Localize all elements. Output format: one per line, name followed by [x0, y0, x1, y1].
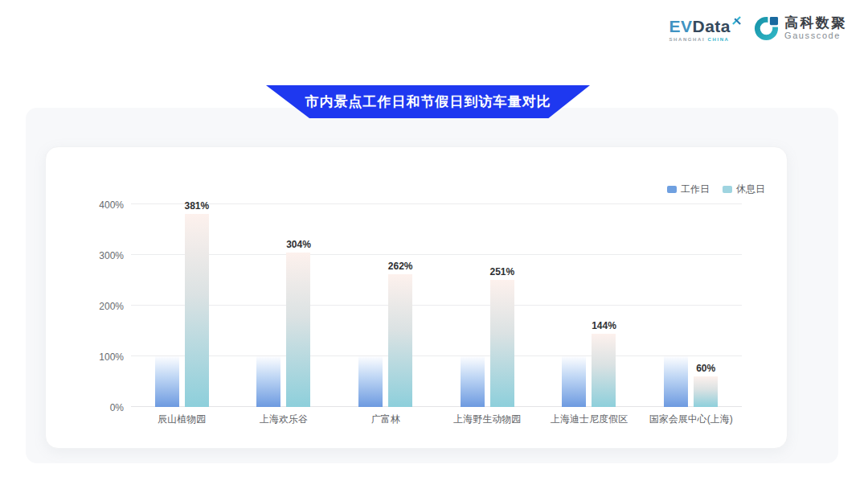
evdata-subtext: SHANGHAI CHINA — [669, 37, 741, 42]
evdata-sub-shanghai: SHANGHAI — [669, 37, 705, 42]
legend-label-workday: 工作日 — [681, 183, 710, 196]
bar-group-4: 144% — [538, 204, 641, 407]
gausscode-text: 高科数聚 Gausscode — [784, 15, 847, 41]
evdata-sub-china: CHINA — [708, 37, 730, 42]
bar-value-label: 60% — [696, 363, 715, 374]
legend-label-holiday: 休息日 — [736, 183, 765, 196]
x-axis-label-5: 国家会展中心(上海) — [640, 413, 742, 426]
gausscode-g-icon — [754, 16, 779, 41]
chart-legend: 工作日休息日 — [667, 183, 765, 196]
legend-swatch-holiday — [723, 186, 732, 193]
plot-area: 400%300%200%100%0%381%304%262%251%144%60… — [131, 204, 742, 407]
bar-group-3: 251% — [436, 204, 538, 407]
y-tick-label: 0% — [110, 402, 124, 413]
bar-holiday-5: 60% — [694, 376, 718, 407]
chart-title-banner: 市内景点工作日和节假日到访车量对比 — [266, 85, 590, 118]
evdata-ev-text: EV — [669, 18, 692, 35]
x-axis-label-2: 广富林 — [334, 413, 436, 426]
y-tick-label: 200% — [99, 301, 124, 312]
gausscode-cn-name: 高科数聚 — [784, 15, 847, 31]
bar-group-0: 381% — [131, 204, 233, 407]
evdata-logo: EVData SHANGHAI CHINA — [669, 15, 741, 42]
legend-item-workday[interactable]: 工作日 — [667, 183, 710, 196]
bar-value-label: 144% — [592, 320, 616, 331]
bar-value-label: 262% — [388, 261, 413, 272]
x-axis-label-3: 上海野生动物园 — [436, 413, 538, 426]
bar-holiday-1: 304% — [286, 253, 310, 407]
bar-value-label: 251% — [489, 266, 514, 277]
evdata-data-text: Data — [692, 18, 731, 35]
content-panel: 工作日休息日 400%300%200%100%0%381%304%262%251… — [26, 108, 838, 463]
x-axis-label-4: 上海迪士尼度假区 — [538, 413, 641, 426]
bar-holiday-3: 251% — [490, 280, 514, 407]
x-axis-label-1: 上海欢乐谷 — [233, 413, 335, 426]
bar-group-2: 262% — [334, 204, 436, 407]
x-axis-label-0: 辰山植物园 — [131, 413, 233, 426]
page-title: 市内景点工作日和节假日到访车量对比 — [305, 92, 551, 111]
bar-holiday-2: 262% — [388, 274, 412, 407]
gausscode-en-name: Gausscode — [784, 31, 847, 41]
bar-workday-1 — [256, 356, 280, 407]
bar-group-5: 60% — [640, 204, 742, 407]
evdata-x-icon — [732, 16, 741, 25]
y-tick-label: 100% — [99, 351, 124, 363]
legend-swatch-workday — [667, 186, 677, 193]
bar-holiday-4: 144% — [592, 334, 616, 407]
bar-value-label: 381% — [184, 200, 209, 212]
legend-item-holiday[interactable]: 休息日 — [723, 183, 765, 196]
bar-workday-0 — [155, 356, 179, 407]
bar-value-label: 304% — [286, 239, 311, 250]
gausscode-logo: 高科数聚 Gausscode — [754, 15, 847, 41]
x-axis-labels: 辰山植物园上海欢乐谷广富林上海野生动物园上海迪士尼度假区国家会展中心(上海) — [131, 413, 742, 429]
brand-logos: EVData SHANGHAI CHINA — [669, 15, 847, 42]
bar-workday-4 — [562, 356, 586, 407]
bar-workday-5 — [664, 356, 688, 407]
y-tick-label: 300% — [99, 250, 124, 261]
bar-workday-3 — [461, 356, 485, 407]
evdata-wordmark: EVData — [669, 18, 741, 35]
y-tick-label: 400% — [99, 199, 124, 211]
bar-workday-2 — [358, 356, 383, 407]
chart-card: 工作日休息日 400%300%200%100%0%381%304%262%251… — [45, 146, 788, 449]
bar-holiday-0: 381% — [185, 214, 209, 407]
bar-group-1: 304% — [233, 204, 335, 407]
